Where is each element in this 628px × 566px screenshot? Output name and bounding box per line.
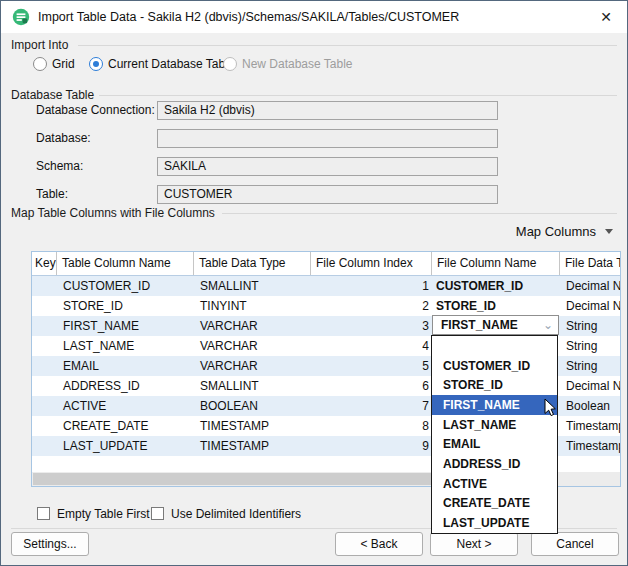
- column-header-table-column-name[interactable]: Table Column Name: [57, 252, 194, 275]
- file-column-index-cell: 2: [311, 296, 432, 316]
- mouse-cursor-icon: [544, 398, 558, 418]
- table-column-name-cell: ADDRESS_ID: [57, 376, 194, 396]
- radio-label: Grid: [52, 57, 75, 71]
- group-line: [222, 213, 617, 214]
- map-columns-label: Map Columns: [516, 224, 596, 239]
- file-data-type-cell: Timestamp: [560, 436, 621, 456]
- chevron-down-icon: [605, 229, 613, 234]
- chevron-down-icon: ⌄: [543, 320, 558, 330]
- column-header-table-data-type[interactable]: Table Data Type: [194, 252, 311, 275]
- group-label-mapping: Map Table Columns with File Columns: [11, 206, 219, 220]
- table-data-type-cell: SMALLINT: [194, 276, 311, 296]
- field-label: Table:: [36, 185, 68, 204]
- combo-value: FIRST_NAME: [433, 318, 543, 332]
- dropdown-item[interactable]: ADDRESS_ID: [432, 454, 557, 474]
- close-icon[interactable]: ✕: [594, 1, 618, 33]
- file-column-name-cell: CUSTOMER_ID: [432, 276, 560, 296]
- file-column-index-cell: 3: [311, 316, 432, 336]
- field-label: Schema:: [36, 157, 83, 176]
- field-label: Database:: [36, 129, 91, 148]
- next-button[interactable]: Next >: [430, 532, 518, 556]
- radio-icon[interactable]: [89, 57, 103, 71]
- group-label-database-table: Database Table: [11, 88, 98, 102]
- import-table-data-dialog: Import Table Data - Sakila H2 (dbvis)/Sc…: [0, 0, 628, 566]
- key-cell: [32, 316, 57, 336]
- group-label-import-into: Import Into: [11, 38, 72, 52]
- file-column-index-cell: 7: [311, 396, 432, 416]
- file-column-index-cell: 9: [311, 436, 432, 456]
- table-data-type-cell: VARCHAR: [194, 356, 311, 376]
- column-header-file-column-name[interactable]: File Column Name: [432, 252, 560, 275]
- key-cell: [32, 336, 57, 356]
- table-column-name-cell: LAST_NAME: [57, 336, 194, 356]
- key-cell: [32, 436, 57, 456]
- window-title: Import Table Data - Sakila H2 (dbvis)/Sc…: [38, 1, 459, 33]
- radio-label: New Database Table: [242, 57, 353, 71]
- file-column-index-cell: 6: [311, 376, 432, 396]
- settings-button[interactable]: Settings...: [11, 532, 89, 556]
- key-cell: [32, 376, 57, 396]
- field-value: [157, 129, 498, 148]
- table-column-name-cell: LAST_UPDATE: [57, 436, 194, 456]
- radio-icon[interactable]: [33, 57, 47, 71]
- dropdown-item[interactable]: STORE_ID: [432, 375, 557, 395]
- file-column-index-cell: 8: [311, 416, 432, 436]
- key-cell: [32, 276, 57, 296]
- group-line: [78, 45, 617, 46]
- file-column-index-cell: 4: [311, 336, 432, 356]
- dropdown-item[interactable]: FIRST_NAME: [432, 395, 557, 415]
- table-data-type-cell: VARCHAR: [194, 316, 311, 336]
- app-icon: [12, 8, 30, 26]
- file-data-type-cell: Timestamp: [560, 416, 621, 436]
- table-data-type-cell: TINYINT: [194, 296, 311, 316]
- radio-option[interactable]: Current Database Table: [89, 56, 235, 71]
- column-header-file-column-index[interactable]: File Column Index: [311, 252, 432, 275]
- table-column-name-cell: CREATE_DATE: [57, 416, 194, 436]
- table-column-name-cell: EMAIL: [57, 356, 194, 376]
- import-into-options: GridCurrent Database TableNew Database T…: [1, 56, 627, 72]
- checkbox-icon[interactable]: [151, 507, 164, 520]
- table-row[interactable]: STORE_IDTINYINT2STORE_IDDecimal Number: [32, 296, 621, 316]
- table-row[interactable]: CUSTOMER_IDSMALLINT1CUSTOMER_IDDecimal N…: [32, 276, 621, 296]
- radio-option[interactable]: New Database Table: [223, 56, 353, 71]
- titlebar: Import Table Data - Sakila H2 (dbvis)/Sc…: [1, 1, 627, 33]
- table-data-type-cell: SMALLINT: [194, 376, 311, 396]
- table-column-name-cell: FIRST_NAME: [57, 316, 194, 336]
- key-cell: [32, 296, 57, 316]
- file-column-name-combo[interactable]: FIRST_NAME ⌄: [432, 315, 559, 335]
- radio-icon[interactable]: [223, 57, 237, 71]
- checkbox-label: Use Delimited Identifiers: [171, 507, 301, 521]
- cancel-button[interactable]: Cancel: [531, 532, 619, 556]
- dropdown-item[interactable]: EMAIL: [432, 435, 557, 455]
- dropdown-item[interactable]: CREATE_DATE: [432, 494, 557, 514]
- checkbox-option[interactable]: Empty Table First: [37, 506, 149, 521]
- checkbox-icon[interactable]: [37, 507, 50, 520]
- dropdown-item[interactable]: LAST_NAME: [432, 415, 557, 435]
- file-data-type-cell: Decimal Number: [560, 296, 621, 316]
- key-cell: [32, 416, 57, 436]
- file-data-type-cell: String: [560, 336, 621, 356]
- file-data-type-cell: String: [560, 316, 621, 336]
- field-value: CUSTOMER: [157, 185, 498, 204]
- table-column-name-cell: ACTIVE: [57, 396, 194, 416]
- radio-option[interactable]: Grid: [33, 56, 75, 71]
- table-data-type-cell: VARCHAR: [194, 336, 311, 356]
- dropdown-item[interactable]: CUSTOMER_ID: [432, 356, 557, 376]
- checkbox-label: Empty Table First: [57, 507, 149, 521]
- map-columns-button[interactable]: Map Columns: [494, 222, 613, 240]
- back-button[interactable]: < Back: [335, 532, 423, 556]
- table-data-type-cell: TIMESTAMP: [194, 416, 311, 436]
- column-header-key[interactable]: Key: [32, 252, 57, 275]
- table-header-row: Key Table Column Name Table Data Type Fi…: [32, 252, 621, 276]
- field-label: Database Connection:: [36, 101, 155, 120]
- checkbox-option[interactable]: Use Delimited Identifiers: [151, 506, 301, 521]
- column-header-file-data-type[interactable]: File Data Type: [560, 252, 621, 275]
- dropdown-item[interactable]: [432, 336, 557, 356]
- file-data-type-cell: Boolean: [560, 396, 621, 416]
- group-line: [99, 95, 617, 96]
- table-data-type-cell: BOOLEAN: [194, 396, 311, 416]
- dropdown-item[interactable]: ACTIVE: [432, 474, 557, 494]
- dropdown-item[interactable]: LAST_UPDATE: [432, 513, 557, 533]
- file-data-type-cell: Decimal Number: [560, 376, 621, 396]
- key-cell: [32, 396, 57, 416]
